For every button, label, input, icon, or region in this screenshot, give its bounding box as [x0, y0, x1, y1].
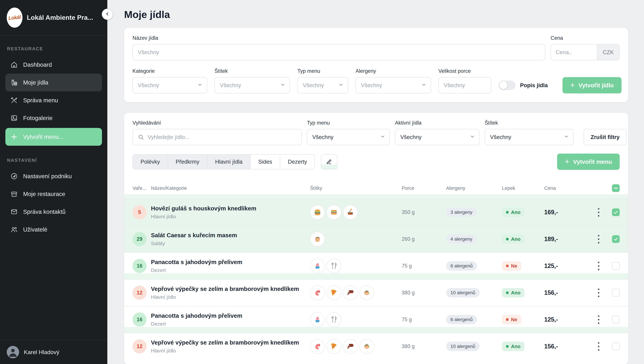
tab-predkrmy[interactable]: Předkrmy	[168, 154, 207, 169]
portion-input[interactable]	[444, 82, 486, 88]
cook-count-badge: 16	[132, 312, 146, 326]
user-row[interactable]: Karel Hladový	[0, 340, 107, 364]
row-menu-button[interactable]	[596, 206, 601, 218]
sidebar-item-nastaveni-podniku[interactable]: Nastavení podniku	[5, 167, 102, 185]
select-alergeny[interactable]: Všechny	[356, 77, 431, 94]
select-group-kategorie: Kategorie Všechny	[132, 68, 207, 94]
table-row[interactable]: 29 Salát Caesar s kuřecím masem Saláty 2…	[124, 226, 628, 252]
edit-categories-button[interactable]	[321, 154, 338, 169]
sidebar-item-dashboard[interactable]: Dashboard	[5, 56, 102, 74]
sidebar-item-moje-restaurace[interactable]: Moje restaurace	[5, 185, 102, 203]
dish-tags	[310, 258, 402, 273]
allergen-chip: 10 alergenů	[446, 288, 480, 298]
nav-section-label-nastaveni: NASTAVENÍ	[5, 146, 102, 167]
dish-tags	[310, 285, 402, 300]
select-group-typ-menu: Typ menu Všechny	[307, 120, 390, 145]
row-checkbox[interactable]	[612, 342, 620, 350]
portion-field-group: Velikost porce	[438, 68, 491, 94]
row-checkbox[interactable]	[612, 208, 620, 216]
cook-count-badge: 12	[132, 339, 146, 354]
table-row[interactable]: 12 Vepřové výpečky se zelím a bramborový…	[124, 279, 628, 306]
price-input[interactable]	[551, 44, 597, 60]
row-menu-button[interactable]	[596, 314, 601, 326]
tab-dezerty[interactable]: Dezerty	[280, 154, 315, 169]
allergen-chip: 10 alergenů	[446, 342, 480, 351]
send-icon	[10, 172, 18, 180]
plus-icon: +	[570, 81, 575, 89]
row-checkbox[interactable]	[612, 262, 620, 270]
select-aktivni-jidla[interactable]: Všechny	[395, 129, 480, 145]
clear-filters-button[interactable]: Zrušit filtry	[584, 129, 626, 145]
select-all-checkbox[interactable]	[612, 184, 620, 192]
dish-category: Saláty	[151, 240, 310, 246]
create-dish-button[interactable]: + Vytvořit jídlo	[562, 77, 622, 94]
dish-category: Hlavní jídlo	[151, 214, 310, 220]
tab-hlavni-jidla[interactable]: Hlavní jídla	[207, 154, 250, 169]
chevron-down-icon	[564, 134, 569, 140]
create-menu-button[interactable]: + Vytvořit menu	[557, 154, 620, 170]
pizza-icon	[326, 285, 341, 300]
sidebar-item-vytvorit-menu[interactable]: Vytvořit menu...	[5, 128, 102, 146]
dish-name: Salát Caesar s kuřecím masem	[151, 232, 310, 238]
chevron-down-icon	[280, 82, 285, 88]
row-menu-button[interactable]	[596, 340, 601, 352]
sidebar-collapse-button[interactable]	[102, 9, 113, 20]
meat-icon	[343, 285, 358, 300]
select-stitek[interactable]: Všechny	[214, 77, 290, 94]
sidebar-item-sprava-menu[interactable]: Správa menu	[5, 92, 102, 109]
sidebar-item-sprava-kontaktu[interactable]: Správa kontaktů	[5, 203, 102, 221]
sidebar-item-label: Vytvořit menu...	[23, 134, 64, 140]
sandwich-icon	[326, 205, 341, 220]
price-field-group: Cena CZK	[550, 35, 620, 60]
sidebar-item-label: Moje restaurace	[23, 191, 65, 197]
tab-polevky[interactable]: Polévky	[133, 154, 168, 169]
sidebar-item-uzivatele[interactable]: Uživatelé	[5, 221, 102, 238]
sidebar-item-moje-jidla[interactable]: Moje jídla	[5, 74, 102, 92]
select-stitek[interactable]: Všechny	[485, 129, 574, 145]
sidebar-item-fotogalerie[interactable]: Fotogalerie	[5, 109, 102, 127]
row-checkbox[interactable]	[612, 235, 620, 243]
search-label: Vyhledávání	[132, 120, 302, 126]
table-row[interactable]: 12 Vepřové výpečky se zelím a bramborový…	[124, 333, 628, 360]
row-menu-button[interactable]	[596, 260, 601, 272]
chevron-down-icon	[470, 134, 475, 140]
logo-text: Lokál	[8, 14, 21, 21]
salad-bowl-icon	[360, 285, 374, 300]
table-row[interactable]: 5 Hovězí guláš s houskovým knedlíkem Hla…	[124, 199, 628, 226]
home-icon	[10, 61, 18, 69]
sidebar-item-label: Dashboard	[23, 61, 52, 68]
select-value: Všechny	[138, 82, 159, 88]
cutlery-icon	[326, 258, 341, 273]
search-input[interactable]	[148, 134, 296, 140]
select-label: Štítek	[485, 120, 574, 126]
description-toggle[interactable]	[498, 80, 515, 90]
filters-card: Název jídla Cena CZK Kategorie Všechny	[124, 28, 628, 102]
row-menu-button[interactable]	[596, 233, 601, 245]
nav-section-label-restaurace: RESTAURACE	[5, 42, 102, 56]
dish-name: Vepřové výpečky se zelím a bramborovým k…	[151, 286, 310, 292]
dish-name: Hovězí guláš s houskovým knedlíkem	[151, 205, 310, 212]
dish-name: Panacotta s jahodovým přelivem	[151, 312, 310, 319]
gluten-chip: Ano	[502, 208, 524, 217]
select-typ-menu[interactable]: Všechny	[297, 77, 348, 94]
table-row[interactable]: 16 Panacotta s jahodovým přelivem Dezert…	[124, 306, 628, 333]
user-avatar-icon	[7, 346, 19, 358]
row-menu-button[interactable]	[596, 287, 601, 299]
table-row[interactable]: 16 Panacotta s jahodovým přelivem Dezert…	[124, 252, 628, 279]
select-typ-menu[interactable]: Všechny	[307, 129, 390, 145]
sidebar-item-label: Fotogalerie	[23, 115, 52, 122]
portion-value: 260 g	[402, 236, 446, 242]
select-kategorie[interactable]: Všechny	[132, 77, 207, 94]
meal-icon	[10, 78, 18, 86]
column-header-lepek: Lepek	[502, 186, 544, 191]
row-checkbox[interactable]	[612, 289, 620, 296]
row-checkbox[interactable]	[612, 316, 620, 324]
description-toggle-label: Popis jídla	[520, 82, 548, 88]
select-value: Všechny	[303, 82, 324, 88]
dish-category: Hlavní jídlo	[151, 294, 310, 300]
sidebar-item-label: Správa menu	[23, 97, 58, 104]
cutlery-icon	[326, 312, 341, 327]
dish-list-card: Vyhledávání Typ menu Všechny Aktivní jíd…	[124, 113, 628, 364]
tab-sides[interactable]: Sides	[250, 154, 280, 169]
dish-name-input[interactable]	[138, 49, 540, 56]
